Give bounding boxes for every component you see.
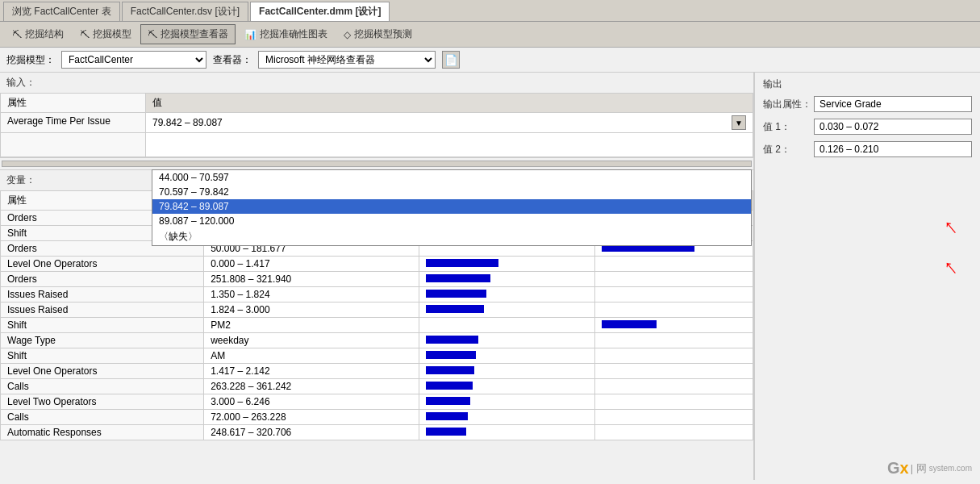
red-arrow-2: ↑ (937, 253, 962, 281)
dropdown-item-2[interactable]: 79.842 – 89.087 (152, 199, 751, 214)
input-val-0[interactable]: 79.842 – 89.087 ▼ (146, 113, 753, 133)
dropdown-item-4[interactable]: 〈缺失〉 (152, 228, 751, 245)
var-row-4: Orders251.808 – 321.940 (1, 272, 753, 287)
output-val1-label: 值 1： (763, 120, 807, 134)
toolbar-btn-model[interactable]: ⛏ 挖掘模型 (73, 24, 139, 44)
dropdown-item-1[interactable]: 70.597 – 79.842 (152, 185, 751, 199)
var-attr-12: Level Two Operators (1, 394, 204, 410)
left-panel: 输入： 属性 值 Average Time Per Issue 79.842 –… (0, 73, 754, 480)
var-attr-4: Orders (1, 272, 204, 287)
var-val-5: 1.350 – 1.824 (204, 287, 419, 302)
watermark-url: system.com (929, 464, 972, 473)
var-bar1-11 (419, 379, 595, 394)
input-header: 输入： (0, 73, 753, 93)
main-content: 输入： 属性 值 Average Time Per Issue 79.842 –… (0, 73, 980, 480)
var-bar2-6 (595, 302, 753, 318)
var-val-9: AM (204, 348, 419, 364)
tab-factcallcenter-table[interactable]: 浏览 FactCallCenter 表 (3, 2, 120, 21)
watermark: G x | 网 system.com (887, 459, 972, 478)
scroll-row[interactable] (0, 157, 753, 170)
var-bar1-4 (419, 272, 595, 287)
var-val-6: 1.824 – 3.000 (204, 302, 419, 318)
var-row-5: Issues Raised1.350 – 1.824 (1, 287, 753, 302)
model-row-label: 挖掘模型： (6, 53, 55, 67)
input-col-attr: 属性 (1, 94, 146, 113)
var-bar2-13 (595, 410, 753, 425)
var-attr-6: Issues Raised (1, 302, 204, 318)
dropdown-item-3[interactable]: 89.087 – 120.000 (152, 214, 751, 228)
var-attr-13: Calls (1, 410, 204, 425)
var-bar2-14 (595, 425, 753, 440)
output-header: 输出 (763, 77, 972, 91)
var-row-12: Level Two Operators3.000 – 6.246 (1, 394, 753, 410)
var-bar1-14 (419, 425, 595, 440)
var-row-7: ShiftPM2 (1, 318, 753, 333)
var-row-3: Level One Operators0.000 – 1.417 (1, 257, 753, 272)
structure-icon: ⛏ (12, 29, 22, 40)
var-attr-14: Automatic Responses (1, 425, 204, 440)
model-row: 挖掘模型： FactCallCenter 查看器： Microsoft 神经网络… (0, 48, 980, 73)
model-icon: ⛏ (80, 29, 90, 40)
var-bar1-12 (419, 394, 595, 410)
var-val-4: 251.808 – 321.940 (204, 272, 419, 287)
toolbar-btn-structure[interactable]: ⛏ 挖掘结构 (5, 24, 71, 44)
var-bar2-3 (595, 257, 753, 272)
red-arrow-1: ↑ (937, 213, 962, 240)
var-val-13: 72.000 – 263.228 (204, 410, 419, 425)
var-attr-9: Shift (1, 348, 204, 364)
var-row-9: ShiftAM (1, 348, 753, 364)
var-attr-8: Wage Type (1, 333, 204, 348)
var-bar2-10 (595, 364, 753, 379)
scroll-track[interactable] (2, 161, 752, 167)
input-empty-row (1, 133, 753, 157)
tab-factcallcenter-dsv[interactable]: FactCallCenter.dsv [设计] (122, 2, 248, 21)
var-bar1-10 (419, 364, 595, 379)
var-bar2-11 (595, 379, 753, 394)
toolbar-btn-accuracy[interactable]: 📊 挖掘准确性图表 (237, 24, 335, 44)
toolbar: ⛏ 挖掘结构 ⛏ 挖掘模型 ⛏ 挖掘模型查看器 📊 挖掘准确性图表 ◇ 挖掘模型… (0, 22, 980, 48)
toolbar-btn-viewer[interactable]: ⛏ 挖掘模型查看器 (140, 24, 236, 44)
dropdown-list: 44.000 – 70.597 70.597 – 79.842 79.842 –… (152, 169, 752, 246)
input-empty-val (146, 133, 753, 157)
var-row-8: Wage Typeweekday (1, 333, 753, 348)
var-bar1-5 (419, 287, 595, 302)
input-col-val: 值 (146, 94, 753, 113)
var-attr-11: Calls (1, 379, 204, 394)
combo-input[interactable]: 79.842 – 89.087 (152, 117, 732, 128)
tab-factcallcenter-dmm[interactable]: FactCallCenter.dmm [设计] (250, 2, 390, 21)
var-bar1-3 (419, 257, 595, 272)
output-attr-label: 输出属性： (763, 98, 807, 111)
combo-wrapper: 79.842 – 89.087 ▼ (152, 115, 746, 130)
var-val-12: 3.000 – 6.246 (204, 394, 419, 410)
var-bar1-13 (419, 410, 595, 425)
var-row-13: Calls72.000 – 263.228 (1, 410, 753, 425)
var-bar1-8 (419, 333, 595, 348)
var-bar2-8 (595, 333, 753, 348)
viewer-label: 挖掘模型查看器 (161, 27, 228, 41)
var-bar2-5 (595, 287, 753, 302)
watermark-x: x (900, 459, 909, 478)
accuracy-icon: 📊 (244, 29, 256, 40)
input-row-0: Average Time Per Issue 79.842 – 89.087 ▼ (1, 113, 753, 133)
var-val-3: 0.000 – 1.417 (204, 257, 419, 272)
var-attr-5: Issues Raised (1, 287, 204, 302)
var-attr-10: Level One Operators (1, 364, 204, 379)
model-icon-btn[interactable]: 📄 (442, 51, 460, 69)
var-bar2-12 (595, 394, 753, 410)
var-val-7: PM2 (204, 318, 419, 333)
var-bar2-4 (595, 272, 753, 287)
predict-label: 挖掘模型预测 (354, 27, 412, 41)
var-row-6: Issues Raised1.824 – 3.000 (1, 302, 753, 318)
model-select[interactable]: FactCallCenter (61, 51, 206, 69)
output-val1-row: 值 1： 0.030 – 0.072 (763, 119, 972, 135)
var-attr-7: Shift (1, 318, 204, 333)
combo-dropdown-btn[interactable]: ▼ (732, 115, 746, 130)
dropdown-item-0[interactable]: 44.000 – 70.597 (152, 170, 751, 185)
structure-label: 挖掘结构 (25, 27, 64, 41)
watermark-separator: | 网 (911, 461, 927, 476)
viewer-select[interactable]: Microsoft 神经网络查看器 (258, 51, 436, 69)
input-table: 属性 值 Average Time Per Issue 79.842 – 89.… (0, 93, 753, 157)
toolbar-btn-predict[interactable]: ◇ 挖掘模型预测 (336, 24, 419, 44)
input-empty-attr (1, 133, 146, 157)
var-row-10: Level One Operators1.417 – 2.142 (1, 364, 753, 379)
